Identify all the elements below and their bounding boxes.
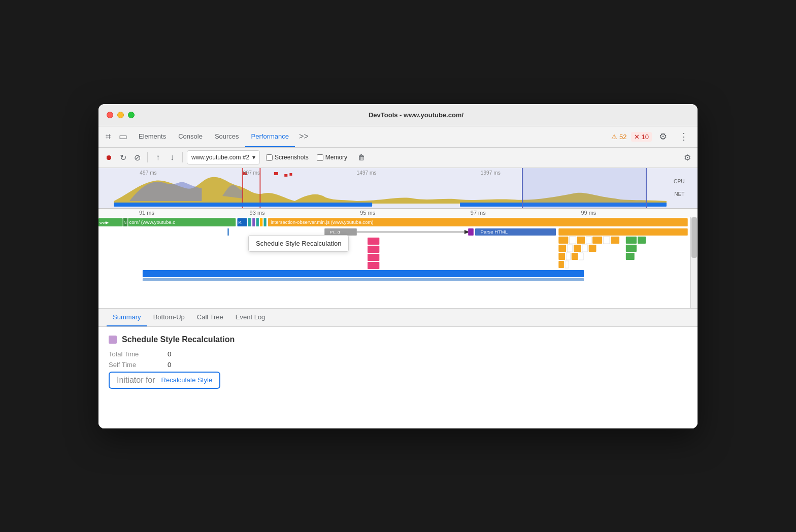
svg-rect-60 (626, 245, 637, 252)
window-title: DevTools - www.youtube.com/ (143, 111, 689, 119)
timeline-scrollbar[interactable] (690, 217, 698, 308)
svg-rect-59 (589, 245, 596, 252)
timeline-overview[interactable]: 497 ms 997 ms 1497 ms 1997 ms CPU NET (98, 168, 698, 209)
tab-summary[interactable]: Summary (107, 308, 147, 326)
download-button[interactable]: ↓ (166, 151, 178, 163)
svg-rect-33 (227, 228, 228, 236)
svg-text:NET: NET (674, 191, 684, 197)
svg-rect-65 (626, 253, 635, 260)
svg-rect-62 (566, 253, 570, 260)
tab-performance[interactable]: Performance (245, 126, 295, 147)
svg-rect-41 (558, 228, 687, 236)
svg-rect-48 (577, 237, 585, 244)
svg-rect-54 (638, 237, 646, 244)
svg-rect-50 (592, 237, 602, 244)
svg-rect-4 (274, 172, 278, 175)
svg-text:Parse HTML: Parse HTML (481, 229, 508, 235)
event-color-indicator (109, 336, 117, 344)
tab-bottom-up[interactable]: Bottom-Up (147, 308, 191, 326)
svg-rect-68 (143, 270, 584, 277)
tab-event-log[interactable]: Event Log (229, 308, 272, 326)
warning-icon: ⚠ (611, 133, 617, 141)
svg-rect-11 (646, 168, 647, 209)
warning-count: 52 (619, 133, 626, 141)
svg-rect-42 (368, 238, 379, 245)
settings-icon[interactable]: ⚙ (656, 129, 670, 144)
flame-chart-svg: ww▶ N com/ (www.youtube.c K (98, 217, 690, 306)
svg-rect-44 (368, 254, 379, 261)
self-time-label: Self Time (109, 361, 159, 369)
svg-rect-38 (468, 228, 474, 236)
flame-chart-main[interactable]: ww▶ N com/ (www.youtube.c K (98, 217, 690, 308)
url-selector-text: www.youtube.com #2 (191, 154, 249, 161)
summary-panel: Schedule Style Recalculation Total Time … (98, 327, 698, 428)
screenshots-checkbox[interactable] (266, 154, 273, 161)
maximize-button[interactable] (128, 112, 135, 118)
more-tabs-button[interactable]: >> (295, 132, 313, 141)
settings-gear-icon[interactable]: ⚙ (681, 151, 693, 163)
initiator-row-wrapper: Initiator for Recalculate Style (109, 372, 687, 389)
initiator-row: Initiator for Recalculate Style (109, 372, 220, 389)
svg-rect-66 (558, 261, 564, 268)
ms-mark-95: 95 ms (360, 210, 375, 216)
tab-sources[interactable]: Sources (209, 126, 245, 147)
total-time-label: Total Time (109, 350, 159, 358)
svg-rect-56 (567, 245, 573, 252)
memory-label: Memory (325, 154, 347, 161)
device-icon[interactable]: ▭ (116, 129, 130, 144)
svg-text:997 ms: 997 ms (243, 170, 260, 176)
schedule-style-tooltip: Schedule Style Recalculation (248, 235, 349, 252)
url-selector[interactable]: www.youtube.com #2 ▾ (187, 150, 260, 164)
svg-rect-47 (570, 237, 576, 244)
cursor-icon[interactable]: ⌗ (103, 129, 114, 144)
memory-checkbox[interactable] (317, 154, 323, 161)
svg-rect-51 (603, 237, 610, 244)
toolbar-right: ⚙ (681, 151, 693, 163)
summary-title: Schedule Style Recalculation (109, 335, 687, 344)
svg-rect-6 (289, 173, 292, 176)
screenshots-checkbox-label[interactable]: Screenshots (266, 154, 309, 161)
self-time-row: Self Time 0 (109, 361, 687, 369)
devtools-body: ⌗ ▭ Elements Console Sources Performance… (98, 126, 698, 428)
svg-rect-61 (558, 253, 565, 260)
svg-rect-27 (252, 218, 255, 226)
scrollbar-thumb[interactable] (691, 217, 697, 258)
total-time-value: 0 (168, 350, 171, 358)
svg-text:N: N (124, 220, 126, 225)
initiator-label: Initiator for (117, 376, 155, 385)
reload-record-button[interactable]: ↻ (117, 151, 129, 163)
svg-rect-52 (611, 237, 619, 244)
titlebar: DevTools - www.youtube.com/ (98, 104, 698, 126)
more-options-icon[interactable]: ⋮ (676, 129, 691, 144)
timeline-container: 497 ms 997 ms 1497 ms 1997 ms CPU NET 91… (98, 168, 698, 308)
tab-badges: ⚠ 52 ✕ 10 ⚙ ⋮ (611, 129, 693, 144)
separator2 (182, 152, 183, 162)
memory-checkbox-label[interactable]: Memory (317, 154, 347, 161)
self-time-value: 0 (168, 361, 171, 369)
total-time-row: Total Time 0 (109, 350, 687, 358)
close-button[interactable] (107, 112, 113, 118)
svg-text:Pr...d: Pr...d (330, 230, 340, 235)
svg-rect-26 (248, 218, 251, 226)
ms-ruler: 91 ms 93 ms 95 ms 97 ms 99 ms (98, 209, 698, 217)
svg-rect-29 (260, 218, 262, 226)
ms-mark-93: 93 ms (250, 210, 265, 216)
minimize-button[interactable] (117, 112, 124, 118)
tab-call-tree[interactable]: Call Tree (191, 308, 229, 326)
svg-text:intersection-observer.min.js (: intersection-observer.min.js (www.youtub… (271, 220, 373, 225)
svg-rect-10 (522, 168, 523, 209)
tab-console[interactable]: Console (172, 126, 209, 147)
svg-rect-55 (558, 245, 566, 252)
svg-rect-5 (284, 174, 287, 177)
recalculate-style-link[interactable]: Recalculate Style (161, 376, 212, 384)
record-button[interactable]: ⏺ (103, 151, 115, 163)
tab-elements[interactable]: Elements (132, 126, 172, 147)
devtools-window: DevTools - www.youtube.com/ ⌗ ▭ Elements… (98, 104, 698, 428)
collect-garbage-icon[interactable]: 🗑 (355, 151, 368, 163)
upload-button[interactable]: ↑ (152, 151, 164, 163)
svg-rect-46 (558, 237, 568, 244)
svg-text:1497 ms: 1497 ms (357, 170, 377, 176)
svg-rect-58 (582, 245, 588, 252)
svg-text:ww▶: ww▶ (99, 220, 109, 225)
clear-button[interactable]: ⊘ (131, 151, 143, 163)
